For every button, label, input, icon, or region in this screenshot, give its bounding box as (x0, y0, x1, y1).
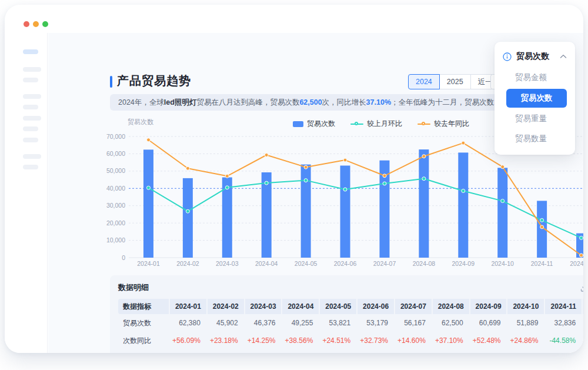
table-cell: 53,821 (319, 319, 356, 327)
table-cell: 46,376 (244, 319, 282, 327)
banner-text: 次，同比增长 (322, 98, 366, 106)
metric-dropdown-panel: 贸易次数 贸易金额贸易次数贸易重量贸易数量 (495, 42, 575, 155)
table-cell: +24.51% (319, 336, 356, 345)
table-cell: +32.73% (356, 336, 394, 345)
table-body: 贸易次数62,38045,90246,37649,25553,82153,179… (118, 314, 583, 353)
table-cell: 49,255 (281, 319, 319, 327)
table-header-cell: 2024-11 (545, 299, 582, 314)
minimize-window-button[interactable] (33, 21, 39, 27)
selected-metric-label: 贸易次数 (516, 51, 555, 62)
table-cell: -44.58% (544, 336, 582, 345)
table-header-cell: 2024-03 (245, 299, 282, 314)
svg-text:2024-03: 2024-03 (216, 260, 239, 267)
svg-text:2024-09: 2024-09 (452, 260, 475, 267)
filter-button-2025[interactable]: 2025 (439, 74, 471, 89)
row-label: 贸易次数 (118, 318, 169, 328)
table-header-cell: 2024-05 (320, 299, 356, 314)
metric-dropdown-header[interactable]: 贸易次数 (495, 42, 575, 68)
sidebar-item-skeleton (23, 78, 38, 82)
table-cell: +14.60% (394, 336, 432, 345)
svg-text:2024-08: 2024-08 (413, 260, 436, 267)
table-cell: 60,699 (469, 319, 507, 327)
svg-text:2024-01: 2024-01 (137, 260, 160, 267)
sidebar-item-skeleton (23, 105, 38, 109)
svg-text:10,000: 10,000 (106, 236, 125, 244)
table-row: 次数环比+0.67%-26.42%+1.03%+6.21%+9.27%-1.19… (118, 349, 583, 353)
table-header-row: 数据指标2024-012024-022024-032024-042024-052… (118, 299, 583, 314)
sidebar (5, 33, 48, 353)
table-cell: 53,179 (356, 319, 394, 327)
table-header-cell: 2024-08 (433, 299, 469, 314)
data-detail-card: 数据明细 下载数据 数据指标2024-012024-022024-032024-… (110, 275, 583, 353)
svg-text:2024-04: 2024-04 (255, 260, 278, 267)
table-cell: 51,889 (506, 319, 544, 327)
legend-yoy-series[interactable]: 较去年同比 (417, 119, 469, 129)
table-section-title: 数据明细 (118, 282, 149, 293)
svg-text:2024-10: 2024-10 (491, 260, 514, 267)
svg-text:0: 0 (122, 254, 125, 261)
banner-text: ；全年低峰为十二月，贸易次数 (391, 98, 494, 106)
table-header-cell: 2024-04 (282, 299, 319, 314)
table-cell: +52.48% (469, 336, 507, 345)
bar-series (143, 149, 583, 258)
svg-text:2024-05: 2024-05 (295, 260, 318, 267)
close-window-button[interactable] (24, 21, 29, 27)
svg-text:2024-07: 2024-07 (373, 260, 396, 267)
svg-text:2024-02: 2024-02 (176, 260, 199, 267)
banner-highlight: 37.10% (366, 98, 391, 106)
filter-button-2024[interactable]: 2024 (408, 74, 440, 89)
metric-option-贸易数量[interactable]: 贸易数量 (495, 129, 575, 149)
svg-text:30,000: 30,000 (106, 202, 125, 209)
sidebar-item-skeleton (23, 126, 38, 131)
legend-bar-series[interactable]: 贸易次数 (293, 119, 335, 129)
mom-line-series (147, 177, 583, 240)
metric-option-贸易金额[interactable]: 贸易金额 (495, 68, 575, 88)
table-header-cell: 数据指标 (118, 299, 169, 314)
summary-banner: 2024年，全球led照明灯贸易在八月达到高峰，贸易次数62,500次，同比增长… (110, 94, 537, 111)
table-cell: 62,380 (169, 319, 206, 327)
table-cell: 32,836 (544, 319, 582, 327)
metric-option-贸易重量[interactable]: 贸易重量 (495, 109, 575, 129)
bar-swatch-icon (293, 121, 303, 127)
svg-text:50,000: 50,000 (106, 167, 125, 174)
sidebar-item-skeleton (23, 165, 38, 169)
svg-text:60,000: 60,000 (106, 150, 125, 157)
legend-mom-series[interactable]: 较上月环比 (350, 119, 402, 129)
table-header-cell: 2024-06 (358, 299, 394, 314)
table-header-cell: 2024-07 (395, 299, 432, 314)
download-icon (580, 284, 583, 292)
metric-options-list: 贸易金额贸易次数贸易重量贸易数量 (495, 68, 575, 149)
table-row: 贸易次数62,38045,90246,37649,25553,82153,179… (118, 314, 583, 332)
title-accent-bar (110, 76, 112, 88)
row-label: 次数同比 (118, 336, 169, 346)
window-controls (24, 21, 48, 27)
download-data-button[interactable]: 下载数据 (580, 283, 583, 293)
table-cell: 56,167 (394, 319, 432, 327)
chevron-up-icon[interactable] (560, 54, 567, 59)
table-cell: +24.86% (506, 336, 544, 345)
svg-text:70,000: 70,000 (106, 133, 125, 140)
table-header-cell: 2024-12 (583, 299, 583, 314)
table-cell: +23.18% (206, 336, 244, 345)
banner-text: 贸易在八月达到高峰，贸易次数 (196, 98, 299, 106)
table-cell: -77.29% (582, 336, 583, 345)
table-cell: 62,500 (432, 319, 469, 327)
table-cell: +56.09% (169, 336, 206, 345)
svg-text:40,000: 40,000 (106, 185, 125, 192)
svg-text:2024-12: 2024-12 (570, 260, 583, 267)
svg-text:2024-06: 2024-06 (334, 260, 357, 267)
sidebar-item-skeleton (23, 94, 41, 99)
svg-text:20,000: 20,000 (106, 219, 125, 226)
table-header-cell: 2024-01 (170, 299, 206, 314)
yoy-line-icon (417, 122, 430, 126)
page-title: 产品贸易趋势 (117, 73, 191, 89)
zoom-window-button[interactable] (42, 21, 48, 27)
sidebar-item-skeleton (23, 67, 41, 72)
table-header-cell: 2024-10 (507, 299, 544, 314)
sidebar-item-skeleton[interactable] (23, 49, 38, 54)
metric-option-贸易次数[interactable]: 贸易次数 (506, 89, 567, 108)
app-window: 产品贸易趋势 20242025近一年 2024-01 → 2024-12 202… (5, 5, 583, 353)
table-cell: +14.25% (244, 336, 282, 345)
sidebar-item-skeleton (23, 154, 41, 159)
sidebar-item-skeleton (23, 116, 41, 121)
